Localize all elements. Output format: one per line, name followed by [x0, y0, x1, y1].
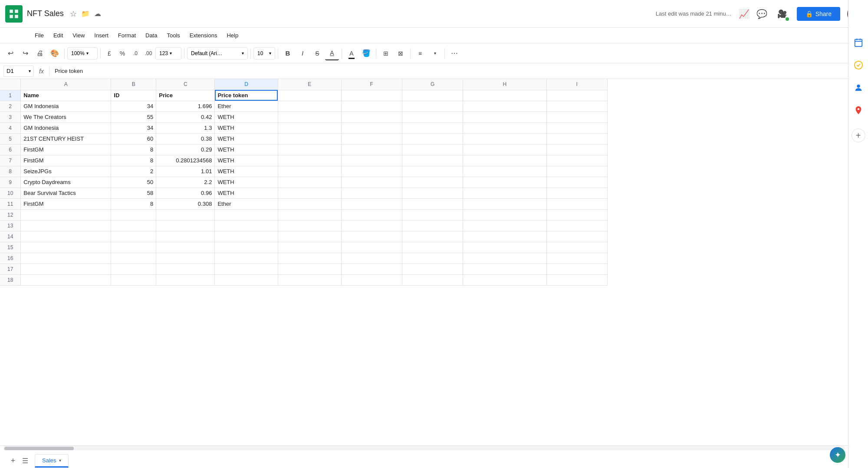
menu-data[interactable]: Data [141, 30, 161, 40]
tasks-sidebar-icon[interactable] [851, 57, 866, 73]
cell-d1[interactable]: Price token [215, 90, 278, 101]
more-options-button[interactable]: ⋯ [447, 46, 461, 60]
cell-g1[interactable] [402, 90, 463, 101]
cell-d18[interactable] [215, 274, 278, 285]
cell-e6[interactable] [278, 144, 341, 155]
cell-i17[interactable] [546, 264, 607, 274]
cell-b5[interactable]: 60 [111, 133, 156, 144]
cell-h17[interactable] [463, 264, 546, 274]
cell-c6[interactable]: 0.29 [156, 144, 215, 155]
cell-f12[interactable] [341, 209, 402, 220]
cell-i10[interactable] [546, 188, 607, 198]
cell-a14[interactable] [21, 231, 111, 242]
cell-h15[interactable] [463, 242, 546, 253]
cell-f14[interactable] [341, 231, 402, 242]
cell-d4[interactable]: WETH [215, 122, 278, 133]
cell-h3[interactable] [463, 112, 546, 122]
cell-h5[interactable] [463, 133, 546, 144]
cell-f5[interactable] [341, 133, 402, 144]
cell-g6[interactable] [402, 144, 463, 155]
cell-a4[interactable]: GM Indonesia [21, 122, 111, 133]
cell-d13[interactable] [215, 220, 278, 231]
cell-c15[interactable] [156, 242, 215, 253]
cell-i13[interactable] [546, 220, 607, 231]
cell-c13[interactable] [156, 220, 215, 231]
cell-h13[interactable] [463, 220, 546, 231]
cell-a3[interactable]: We The Creators [21, 112, 111, 122]
menu-help[interactable]: Help [222, 30, 243, 40]
cell-h8[interactable] [463, 166, 546, 177]
cell-i8[interactable] [546, 166, 607, 177]
cell-g15[interactable] [402, 242, 463, 253]
cell-e18[interactable] [278, 274, 341, 285]
font-size-select[interactable]: 10 ▾ [253, 47, 275, 59]
folder-icon[interactable]: 📁 [81, 10, 90, 18]
decimal-decrease-button[interactable]: .0 [129, 46, 141, 60]
cell-d6[interactable]: WETH [215, 144, 278, 155]
row-header-10[interactable]: 10 [0, 188, 21, 198]
cell-a7[interactable]: FirstGM [21, 155, 111, 166]
row-header-12[interactable]: 12 [0, 209, 21, 220]
cell-b18[interactable] [111, 274, 156, 285]
cell-i4[interactable] [546, 122, 607, 133]
menu-extensions[interactable]: Extensions [185, 30, 222, 40]
cell-f17[interactable] [341, 264, 402, 274]
cell-e16[interactable] [278, 253, 341, 264]
cell-c12[interactable] [156, 209, 215, 220]
row-header-18[interactable]: 18 [0, 274, 21, 285]
cell-f2[interactable] [341, 101, 402, 112]
underline-button[interactable]: A [325, 46, 339, 60]
cell-h10[interactable] [463, 188, 546, 198]
cell-d11[interactable]: Ether [215, 198, 278, 209]
zoom-select[interactable]: 100% ▾ [67, 47, 98, 59]
cell-h16[interactable] [463, 253, 546, 264]
cell-b10[interactable]: 58 [111, 188, 156, 198]
cell-e15[interactable] [278, 242, 341, 253]
cell-d9[interactable]: WETH [215, 177, 278, 188]
undo-button[interactable]: ↩ [3, 46, 17, 60]
cell-b3[interactable]: 55 [111, 112, 156, 122]
cell-e17[interactable] [278, 264, 341, 274]
horizontal-scrollbar[interactable]: ◀ ▶ [3, 446, 845, 450]
cell-a6[interactable]: FirstGM [21, 144, 111, 155]
cell-b14[interactable] [111, 231, 156, 242]
cell-b16[interactable] [111, 253, 156, 264]
cell-a15[interactable] [21, 242, 111, 253]
cell-a12[interactable] [21, 209, 111, 220]
cell-f18[interactable] [341, 274, 402, 285]
meet-button[interactable]: 🎥 [774, 6, 790, 22]
cell-c16[interactable] [156, 253, 215, 264]
cell-f3[interactable] [341, 112, 402, 122]
star-icon[interactable]: ☆ [70, 9, 77, 19]
row-header-5[interactable]: 5 [0, 133, 21, 144]
cell-g8[interactable] [402, 166, 463, 177]
col-header-b[interactable]: B [111, 79, 156, 90]
cell-c18[interactable] [156, 274, 215, 285]
contacts-sidebar-icon[interactable] [851, 80, 866, 96]
row-header-14[interactable]: 14 [0, 231, 21, 242]
cell-d2[interactable]: Ether [215, 101, 278, 112]
cell-d17[interactable] [215, 264, 278, 274]
cell-i1[interactable] [546, 90, 607, 101]
cell-h1[interactable] [463, 90, 546, 101]
menu-insert[interactable]: Insert [90, 30, 113, 40]
col-header-c[interactable]: C [156, 79, 215, 90]
cell-h4[interactable] [463, 122, 546, 133]
cell-b17[interactable] [111, 264, 156, 274]
cell-a1[interactable]: Name [21, 90, 111, 101]
sheet-tab-arrow[interactable]: ▾ [59, 458, 61, 463]
menu-view[interactable]: View [68, 30, 89, 40]
cell-c8[interactable]: 1.01 [156, 166, 215, 177]
cell-e13[interactable] [278, 220, 341, 231]
cell-d10[interactable]: WETH [215, 188, 278, 198]
cell-g2[interactable] [402, 101, 463, 112]
cell-e10[interactable] [278, 188, 341, 198]
cell-f13[interactable] [341, 220, 402, 231]
cell-a2[interactable]: GM Indonesia [21, 101, 111, 112]
cell-f1[interactable] [341, 90, 402, 101]
cell-i14[interactable] [546, 231, 607, 242]
cell-a18[interactable] [21, 274, 111, 285]
cell-i9[interactable] [546, 177, 607, 188]
cell-c10[interactable]: 0.96 [156, 188, 215, 198]
cell-b6[interactable]: 8 [111, 144, 156, 155]
